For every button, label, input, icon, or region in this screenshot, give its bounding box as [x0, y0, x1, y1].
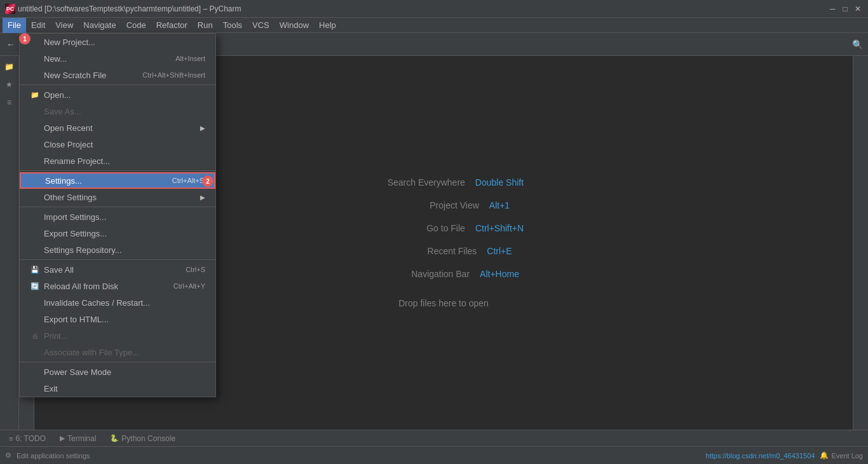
python-console-icon: 🐍	[110, 434, 119, 442]
title-bar-left: PC untitled [D:\softwaresTemptestk\pycha…	[5, 4, 241, 14]
shortcut-search-everywhere: Search Everywhere Double Shift	[363, 177, 524, 188]
menu-save-as: Save As...	[20, 103, 215, 119]
tab-terminal-label: Terminal	[67, 434, 96, 443]
navigation-bar-key: Alt+Home	[480, 269, 519, 279]
title-bar: PC untitled [D:\softwaresTemptestk\pycha…	[0, 0, 868, 18]
menu-settings[interactable]: Settings... Ctrl+Alt+S	[20, 172, 215, 189]
toolbar-right: 🔍	[849, 36, 865, 53]
menu-navigate[interactable]: Navigate	[78, 18, 121, 33]
open-icon: 📁	[30, 91, 40, 99]
menu-print: 🖨Print...	[20, 327, 215, 344]
menu-file[interactable]: File	[3, 18, 26, 33]
title-bar-controls: ─ □ ✕	[827, 4, 863, 14]
right-sidebar	[853, 56, 868, 430]
project-view-label: Project View	[377, 200, 479, 210]
menu-open[interactable]: 📁Open...	[20, 86, 215, 103]
other-settings-arrow: ▶	[200, 194, 205, 201]
edit-settings-text[interactable]: Edit application settings	[17, 452, 90, 460]
drop-text: Drop files here to open	[398, 298, 489, 308]
menu-tools[interactable]: Tools	[218, 18, 247, 33]
menu-run[interactable]: Run	[193, 18, 218, 33]
menu-window[interactable]: Window	[275, 18, 314, 33]
menu-settings-repository[interactable]: Settings Repository...	[20, 242, 215, 258]
search-everywhere-label: Search Everywhere	[363, 177, 465, 188]
tab-terminal[interactable]: ▶ Terminal	[53, 432, 102, 446]
recent-files-key: Ctrl+E	[487, 246, 512, 256]
go-to-file-key: Ctrl+Shift+N	[475, 223, 524, 233]
go-to-file-label: Go to File	[363, 223, 465, 233]
badge-1: 1	[19, 33, 31, 44]
tab-python-console-label: Python Console	[121, 434, 175, 443]
menu-edit[interactable]: Edit	[26, 18, 50, 33]
left-sidebar: 📁 ★ ≡	[0, 56, 19, 430]
menu-code[interactable]: Code	[121, 18, 151, 33]
status-bar: ⚙ Edit application settings https://blog…	[0, 446, 868, 464]
status-bar-url: https://blog.csdn.net/m0_46431504	[706, 452, 815, 460]
sep-4	[20, 259, 215, 260]
tab-todo[interactable]: ≡ 6: TODO	[3, 432, 52, 446]
menu-help[interactable]: Help	[314, 18, 341, 33]
menu-reload-disk[interactable]: 🔄Reload All from Disk Ctrl+Alt+Y	[20, 278, 215, 294]
menu-rename-project[interactable]: Rename Project...	[20, 153, 215, 169]
menu-new-scratch[interactable]: New Scratch File Ctrl+Alt+Shift+Insert	[20, 67, 215, 83]
sep-3	[20, 207, 215, 207]
tab-todo-label: 6: TODO	[15, 434, 46, 443]
menu-refactor[interactable]: Refactor	[151, 18, 193, 33]
terminal-icon: ▶	[60, 434, 65, 442]
todo-icon: ≡	[9, 435, 13, 442]
app-logo: PC	[5, 4, 15, 14]
shortcut-go-to-file: Go to File Ctrl+Shift+N	[363, 223, 524, 233]
print-icon: 🖨	[30, 332, 40, 339]
save-all-icon: 💾	[30, 266, 40, 274]
open-recent-arrow: ▶	[200, 125, 205, 132]
menu-open-recent[interactable]: Open Recent ▶	[20, 119, 215, 136]
file-dropdown-menu: New Project... New... Alt+Insert New Scr…	[19, 33, 216, 397]
bottom-tabs: ≡ 6: TODO ▶ Terminal 🐍 Python Console	[0, 430, 868, 446]
menu-exit[interactable]: Exit	[20, 380, 215, 397]
badge-2: 2	[202, 175, 214, 187]
menu-view[interactable]: View	[50, 18, 78, 33]
edit-settings-icon: ⚙	[5, 451, 11, 460]
menu-associate-file: Associate with File Type...	[20, 344, 215, 360]
close-button[interactable]: ✕	[853, 4, 863, 14]
menu-invalidate-caches[interactable]: Invalidate Caches / Restart...	[20, 294, 215, 311]
menu-power-save[interactable]: Power Save Mode	[20, 364, 215, 380]
event-log-label[interactable]: 🔔 Event Log	[820, 451, 863, 460]
recent-files-label: Recent Files	[375, 246, 477, 256]
sep-1	[20, 85, 215, 85]
menu-export-settings[interactable]: Export Settings...	[20, 225, 215, 242]
search-everywhere-key: Double Shift	[475, 177, 524, 188]
minimize-button[interactable]: ─	[827, 4, 837, 14]
menu-export-html[interactable]: Export to HTML...	[20, 311, 215, 327]
shortcut-project-view: Project View Alt+1	[377, 200, 510, 210]
menu-close-project[interactable]: Close Project	[20, 136, 215, 153]
tab-python-console[interactable]: 🐍 Python Console	[104, 432, 182, 446]
menu-other-settings[interactable]: Other Settings ▶	[20, 189, 215, 205]
back-button[interactable]: ←	[3, 36, 19, 53]
menu-new[interactable]: New... Alt+Insert	[20, 50, 215, 67]
navigation-bar-label: Navigation Bar	[368, 269, 470, 279]
menu-new-project[interactable]: New Project...	[20, 34, 215, 50]
menu-bar: File Edit View Navigate Code Refactor Ru…	[0, 18, 868, 33]
maximize-button[interactable]: □	[840, 4, 850, 14]
sep-2	[20, 170, 215, 171]
sep-5	[20, 362, 215, 362]
status-bar-left: ⚙ Edit application settings	[5, 451, 701, 460]
shortcut-recent-files: Recent Files Ctrl+E	[375, 246, 512, 256]
project-view-key: Alt+1	[489, 200, 510, 210]
title-bar-title: untitled [D:\softwaresTemptestk\pycharmt…	[18, 4, 241, 13]
structure-icon[interactable]: ≡	[1, 94, 18, 111]
reload-icon: 🔄	[30, 282, 40, 290]
shortcut-navigation-bar: Navigation Bar Alt+Home	[368, 269, 519, 279]
event-log-icon: 🔔	[820, 451, 829, 460]
project-icon[interactable]: 📁	[1, 58, 18, 75]
bookmarks-icon[interactable]: ★	[1, 76, 18, 93]
menu-vcs[interactable]: VCS	[247, 18, 275, 33]
search-everywhere-button[interactable]: 🔍	[849, 36, 865, 53]
menu-save-all[interactable]: 💾Save All Ctrl+S	[20, 261, 215, 278]
menu-import-settings[interactable]: Import Settings...	[20, 208, 215, 225]
